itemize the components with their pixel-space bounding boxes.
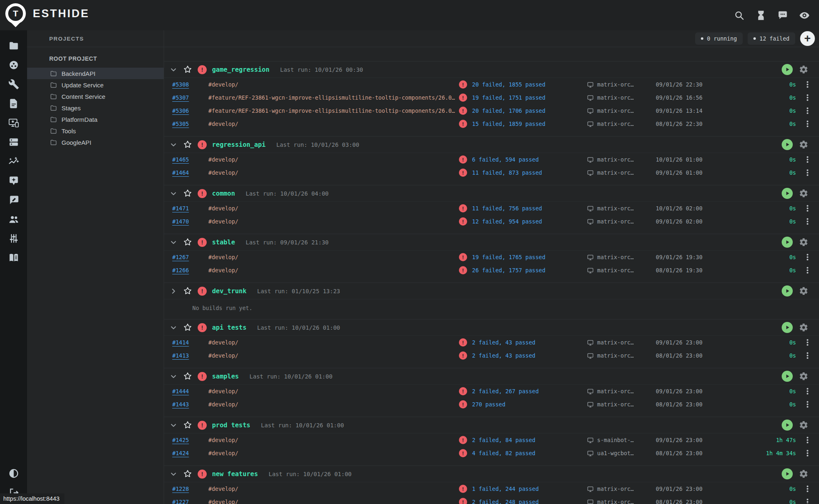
run-build-button[interactable]	[782, 188, 793, 199]
chevron-icon[interactable]	[169, 323, 178, 332]
chevron-icon[interactable]	[169, 140, 178, 149]
failed-count-badge[interactable]: 12 failed	[748, 32, 795, 45]
kebab-menu-button[interactable]	[796, 264, 819, 277]
kebab-menu-button[interactable]	[796, 251, 819, 264]
sidebar-project-item[interactable]: BackendAPI	[27, 68, 164, 79]
build-number-link[interactable]: #5306	[172, 107, 208, 114]
star-favorite-icon[interactable]	[183, 140, 192, 149]
build-number-link[interactable]: #1227	[172, 499, 208, 504]
kebab-menu-button[interactable]	[796, 215, 819, 228]
star-favorite-icon[interactable]	[183, 189, 192, 198]
settings-gear-icon[interactable]	[799, 323, 808, 332]
chevron-icon[interactable]	[169, 287, 178, 296]
messages-icon[interactable]	[777, 10, 788, 21]
test-results-link[interactable]: 2 failed, 43 passed	[472, 339, 535, 346]
build-number-link[interactable]: #1443	[172, 401, 208, 408]
chevron-icon[interactable]	[169, 372, 178, 381]
build-number-link[interactable]: #5305	[172, 121, 208, 127]
test-results-link[interactable]: 15 failed, 1859 passed	[472, 121, 545, 127]
kebab-menu-button[interactable]	[796, 433, 819, 447]
app-logo[interactable]: T ESTHIDE	[4, 0, 89, 30]
running-count-badge[interactable]: 0 running	[695, 32, 743, 45]
test-results-link[interactable]: 19 failed, 1765 passed	[472, 254, 545, 260]
docs-book-icon[interactable]	[8, 252, 19, 263]
test-results-link[interactable]: 2 failed, 84 passed	[472, 437, 535, 443]
history-hourglass-icon[interactable]	[755, 10, 767, 21]
sidebar-project-item[interactable]: PlatformData	[27, 114, 164, 125]
kebab-menu-button[interactable]	[796, 336, 819, 349]
star-favorite-icon[interactable]	[183, 372, 192, 381]
trends-chart-icon[interactable]	[8, 156, 19, 167]
build-number-link[interactable]: #1424	[172, 450, 208, 456]
tools-wrench-icon[interactable]	[8, 79, 19, 90]
project-group-name[interactable]: common	[212, 190, 235, 197]
users-people-icon[interactable]	[8, 214, 19, 225]
run-build-button[interactable]	[782, 64, 793, 75]
test-results-link[interactable]: 12 failed, 954 passed	[472, 218, 542, 225]
run-build-button[interactable]	[782, 371, 793, 382]
build-number-link[interactable]: #1425	[172, 437, 208, 443]
test-results-link[interactable]: 11 failed, 756 passed	[472, 205, 542, 212]
star-favorite-icon[interactable]	[183, 323, 192, 332]
run-build-button[interactable]	[782, 420, 793, 431]
run-build-button[interactable]	[782, 237, 793, 248]
quality-badge-icon[interactable]	[8, 175, 19, 186]
build-number-link[interactable]: #1471	[172, 205, 208, 212]
star-favorite-icon[interactable]	[183, 286, 192, 296]
test-results-link[interactable]: 26 failed, 1757 passed	[472, 267, 545, 274]
chevron-icon[interactable]	[169, 421, 178, 430]
settings-gear-icon[interactable]	[799, 372, 808, 381]
sidebar-project-item[interactable]: Update Service	[27, 79, 164, 91]
settings-gear-icon[interactable]	[799, 189, 808, 198]
test-results-link[interactable]: 20 failed, 1706 passed	[472, 107, 545, 114]
sidebar-project-item[interactable]: GoogleAPI	[27, 137, 164, 148]
chevron-icon[interactable]	[169, 470, 178, 479]
settings-gear-icon[interactable]	[799, 469, 808, 479]
build-number-link[interactable]: #1464	[172, 169, 208, 176]
test-results-link[interactable]: 2 failed, 267 passed	[472, 388, 539, 395]
build-number-link[interactable]: #1444	[172, 388, 208, 395]
settings-gear-icon[interactable]	[799, 237, 808, 247]
project-group-name[interactable]: api tests	[212, 324, 246, 331]
kebab-menu-button[interactable]	[796, 447, 819, 460]
kebab-menu-button[interactable]	[796, 153, 819, 166]
builds-reel-icon[interactable]	[8, 59, 19, 71]
run-build-button[interactable]	[782, 139, 793, 150]
test-results-link[interactable]: 11 failed, 873 passed	[472, 169, 542, 176]
project-group-name[interactable]: dev_trunk	[212, 287, 246, 295]
star-favorite-icon[interactable]	[183, 65, 192, 74]
build-number-link[interactable]: #1414	[172, 339, 208, 346]
kebab-menu-button[interactable]	[796, 202, 819, 215]
project-group-name[interactable]: regression_api	[212, 141, 266, 148]
project-group-name[interactable]: new features	[212, 470, 258, 478]
settings-gear-icon[interactable]	[799, 65, 808, 74]
build-number-link[interactable]: #5307	[172, 94, 208, 101]
kebab-menu-button[interactable]	[796, 398, 819, 411]
kebab-menu-button[interactable]	[796, 349, 819, 362]
kebab-menu-button[interactable]	[796, 78, 819, 91]
test-results-link[interactable]: 6 failed, 594 passed	[472, 156, 539, 163]
build-number-link[interactable]: #1267	[172, 254, 208, 260]
project-group-name[interactable]: game_regression	[212, 66, 269, 73]
star-favorite-icon[interactable]	[183, 237, 192, 247]
settings-gear-icon[interactable]	[799, 420, 808, 430]
sidebar-project-item[interactable]: Tools	[27, 125, 164, 137]
build-number-link[interactable]: #5308	[172, 81, 208, 88]
test-results-link[interactable]: 19 failed, 1751 passed	[472, 94, 545, 101]
project-group-name[interactable]: samples	[212, 373, 239, 380]
reports-file-icon[interactable]	[8, 98, 19, 109]
build-number-link[interactable]: #1465	[172, 156, 208, 163]
test-results-link[interactable]: 270 passed	[472, 401, 505, 408]
kebab-menu-button[interactable]	[796, 91, 819, 104]
star-favorite-icon[interactable]	[183, 420, 192, 430]
chevron-icon[interactable]	[169, 65, 178, 74]
kebab-menu-button[interactable]	[796, 117, 819, 130]
run-build-button[interactable]	[782, 322, 793, 333]
projects-folder-icon[interactable]	[8, 40, 19, 51]
kebab-menu-button[interactable]	[796, 385, 819, 398]
kebab-menu-button[interactable]	[796, 104, 819, 117]
settings-sliders-icon[interactable]	[8, 233, 19, 244]
chevron-icon[interactable]	[169, 189, 178, 198]
watch-eye-icon[interactable]	[799, 10, 810, 21]
theme-contrast-icon[interactable]	[8, 468, 19, 479]
